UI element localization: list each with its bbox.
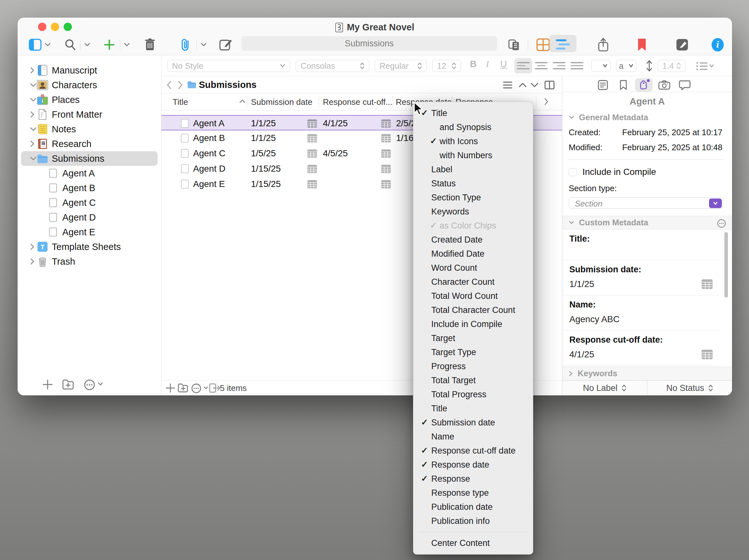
custom-field-name[interactable]: Name: Agency ABC xyxy=(562,295,719,330)
disclosure-chevron-icon[interactable] xyxy=(30,140,37,147)
menu-item-as-color-chips[interactable]: ✓ as Color Chips xyxy=(413,219,533,233)
sidebar-item-trash[interactable]: Trash xyxy=(21,254,157,269)
column-header-submission-date[interactable]: Submission date xyxy=(251,97,312,107)
menu-item-section-type[interactable]: Section Type xyxy=(413,191,533,204)
sidebar-item-submissions[interactable]: Submissions xyxy=(21,151,157,166)
row-submission-date[interactable]: 1/1/25 xyxy=(251,118,276,129)
menu-item-title[interactable]: Title xyxy=(413,402,533,415)
status-dropdown[interactable]: No Status xyxy=(647,381,732,395)
calendar-icon[interactable] xyxy=(381,119,391,128)
menu-item-status[interactable]: Status xyxy=(413,176,533,191)
custom-metadata-header[interactable]: Custom Metadata xyxy=(562,216,732,230)
calendar-icon[interactable] xyxy=(307,149,317,158)
menu-item-target-type[interactable]: Target Type xyxy=(413,345,533,359)
menu-item-response[interactable]: ✓ Response xyxy=(413,472,533,486)
disclosure-chevron-icon[interactable] xyxy=(30,258,37,265)
back-button[interactable] xyxy=(166,80,173,90)
font-weight-select[interactable]: Regular xyxy=(374,60,427,72)
align-left-button[interactable] xyxy=(517,62,530,71)
trash-button[interactable] xyxy=(144,37,156,53)
label-dropdown[interactable]: No Label xyxy=(562,381,647,395)
font-size-select[interactable]: 12 xyxy=(432,60,461,72)
sidebar-item-agent-e[interactable]: Agent E xyxy=(21,225,157,239)
tab-comments[interactable] xyxy=(676,78,693,92)
sidebar-item-notes[interactable]: Notes xyxy=(21,122,157,136)
keywords-header[interactable]: Keywords xyxy=(562,367,732,380)
align-center-button[interactable] xyxy=(535,62,548,71)
sidebar-item-places[interactable]: Places xyxy=(21,92,157,107)
row-submission-date[interactable]: 1/1/25 xyxy=(251,133,276,143)
calendar-icon[interactable] xyxy=(381,180,391,189)
menu-item-name[interactable]: Name xyxy=(413,430,533,444)
disclosure-chevron-icon[interactable] xyxy=(30,156,37,161)
add-folder-button[interactable] xyxy=(62,379,74,390)
more-options-button[interactable] xyxy=(83,379,95,391)
binder-toggle-chevron-icon[interactable] xyxy=(44,37,51,53)
sidebar-item-research[interactable]: Research xyxy=(21,136,157,151)
menu-item-submission-date[interactable]: ✓ Submission date xyxy=(413,415,533,430)
menu-item-word-count[interactable]: Word Count xyxy=(413,261,533,275)
attachment-button[interactable] xyxy=(179,37,192,53)
search-options-chevron-icon[interactable] xyxy=(84,37,90,53)
disclosure-chevron-icon[interactable] xyxy=(30,83,37,88)
compose-button[interactable] xyxy=(219,37,232,53)
justify-button[interactable] xyxy=(571,62,583,71)
menu-item-modified-date[interactable]: Modified Date xyxy=(413,247,533,261)
export-rows-button[interactable] xyxy=(207,383,221,393)
tab-notes[interactable] xyxy=(594,78,612,92)
disclosure-chevron-icon[interactable] xyxy=(30,97,37,102)
sidebar-item-front-matter[interactable]: Front Matter xyxy=(21,107,157,122)
more-options-chevron-icon[interactable] xyxy=(98,382,103,386)
tab-metadata[interactable] xyxy=(635,78,652,92)
sidebar-item-characters[interactable]: Characters xyxy=(21,78,157,92)
expand-columns-button[interactable] xyxy=(544,98,549,106)
menu-item-progress[interactable]: Progress xyxy=(413,359,533,373)
menu-item-center-content[interactable]: Center Content xyxy=(413,536,533,550)
binder-toggle-button[interactable] xyxy=(29,37,42,53)
bold-button[interactable]: B xyxy=(470,59,477,69)
disclosure-chevron-icon[interactable] xyxy=(30,243,37,250)
sidebar-item-agent-d[interactable]: Agent D xyxy=(21,210,157,225)
bookmark-button[interactable] xyxy=(637,37,647,53)
sidebar-item-agent-c[interactable]: Agent C xyxy=(21,195,157,210)
custom-field-title[interactable]: Title: xyxy=(562,230,719,260)
line-spacing-select[interactable]: 1.4 xyxy=(658,60,686,72)
menu-item-response-date[interactable]: ✓ Response date xyxy=(413,458,533,472)
menu-item-with-numbers[interactable]: with Numbers xyxy=(413,148,533,163)
underline-button[interactable]: U xyxy=(500,59,507,69)
split-editor-button[interactable] xyxy=(544,81,555,89)
menu-item-total-character-count[interactable]: Total Character Count xyxy=(413,303,533,317)
calendar-icon[interactable] xyxy=(381,149,391,158)
calendar-icon[interactable] xyxy=(701,349,713,360)
italic-button[interactable]: I xyxy=(486,59,489,69)
calendar-icon[interactable] xyxy=(381,165,391,173)
calendar-icon[interactable] xyxy=(307,180,317,189)
inspector-info-button[interactable]: i xyxy=(711,37,725,53)
include-in-compile-checkbox[interactable] xyxy=(569,168,577,176)
tab-bookmarks[interactable] xyxy=(615,78,632,92)
column-header-title[interactable]: Title xyxy=(173,97,188,107)
row-submission-date[interactable]: 1/5/25 xyxy=(251,148,276,158)
add-row-button[interactable] xyxy=(165,383,175,393)
custom-field-response-cut-off-date[interactable]: Response cut-off date: 4/1/25 xyxy=(562,330,719,366)
add-document-button[interactable] xyxy=(42,379,53,390)
search-button[interactable] xyxy=(64,37,77,53)
align-right-button[interactable] xyxy=(553,62,565,71)
menu-item-total-target[interactable]: Total Target xyxy=(413,373,533,387)
disclosure-chevron-icon[interactable] xyxy=(30,67,37,74)
calendar-icon[interactable] xyxy=(701,279,713,289)
menu-item-target[interactable]: Target xyxy=(413,331,533,345)
previous-document-button[interactable] xyxy=(518,83,527,88)
sidebar-item-agent-b[interactable]: Agent B xyxy=(21,180,157,195)
menu-item-with-icons[interactable]: ✓ with Icons xyxy=(413,134,533,148)
menu-item-total-progress[interactable]: Total Progress xyxy=(413,387,533,402)
line-spacing-icon[interactable] xyxy=(646,60,653,71)
calendar-icon[interactable] xyxy=(381,134,391,143)
custom-field-submission-date[interactable]: Submission date: 1/1/25 xyxy=(562,260,719,295)
menu-item-keywords[interactable]: Keywords xyxy=(413,204,533,219)
section-type-select[interactable]: Section xyxy=(569,197,723,209)
section-type-chevron-icon[interactable] xyxy=(709,198,722,208)
menu-item-character-count[interactable]: Character Count xyxy=(413,275,533,289)
general-metadata-header[interactable]: General Metadata xyxy=(562,112,732,123)
row-options-button[interactable] xyxy=(191,383,202,394)
